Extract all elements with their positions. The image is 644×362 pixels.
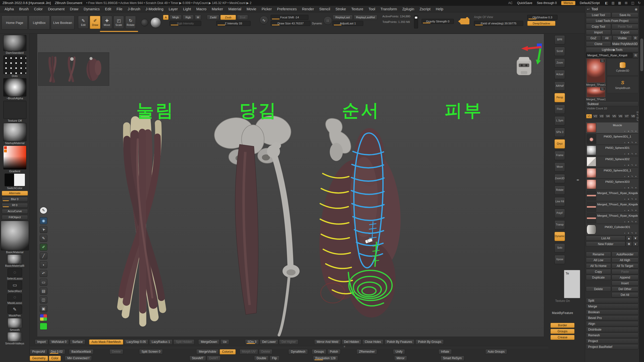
sidebar-button[interactable]: FillObject [2, 215, 28, 220]
tray-resize-handle[interactable]: ◂▸ [576, 178, 579, 182]
duplicate-button[interactable]: Duplicate [586, 275, 611, 280]
subtool-subsection[interactable]: Align [586, 321, 638, 326]
shelf-button[interactable]: Del Lower [260, 339, 278, 345]
actual-button[interactable]: Actual [554, 70, 565, 79]
menu-item[interactable]: Picker [259, 7, 274, 12]
dynamic-draw-size-toggle[interactable]: Dynamic [312, 22, 322, 25]
gravity-strength-slider[interactable]: Gravity Strength 0 [422, 19, 454, 24]
rgb-intensity-slider[interactable]: Rgb Intensity [170, 21, 201, 26]
mrgb-button[interactable]: Mrgb [170, 15, 182, 20]
menu-item[interactable]: Texture [349, 7, 366, 12]
menu-item[interactable]: J-Brush [125, 7, 143, 12]
rows-icon[interactable]: ▥ [611, 1, 615, 5]
mask-by-feature-button[interactable]: MaskByFeature [550, 311, 575, 315]
draw-mode-button[interactable]: ✐ Draw [90, 16, 100, 29]
stroke-settings-icon[interactable] [141, 19, 148, 26]
subtool-version-tab[interactable]: V7 [624, 114, 630, 118]
del-all-button[interactable]: Del All [612, 292, 638, 297]
sidebar-thumbnail[interactable] [3, 55, 26, 74]
subtool-thumbnail[interactable] [587, 123, 596, 132]
goz-button[interactable]: GoZ [586, 35, 601, 41]
shelf-button[interactable]: Min Connected f [65, 356, 92, 361]
line-tool-icon[interactable]: ╱ [40, 252, 47, 259]
shelf-button[interactable]: DynaMesh [288, 349, 308, 354]
spotlight-pen-icon[interactable]: ✎ [40, 207, 47, 214]
shelf-button[interactable]: ProjectAll [30, 349, 48, 354]
menu-item[interactable]: Draw [67, 7, 81, 12]
append-button[interactable]: Append [612, 275, 638, 280]
all-high-button[interactable]: All High [612, 257, 638, 263]
shelf-button[interactable]: Flip [269, 356, 279, 361]
field-of-view-slider[interactable]: Field of view(deg) 39.59775 [474, 21, 523, 26]
move-up-button[interactable]: ▲ [626, 236, 632, 241]
pen-tool-icon[interactable]: ✎ [40, 235, 47, 242]
shelf-button[interactable]: Surface [70, 339, 85, 345]
focal-shift-slider[interactable]: Focal Shift -14 [271, 15, 308, 20]
sidebar-item[interactable]: ~BrushAlpha [3, 78, 26, 100]
tool-item-cylinder3d[interactable]: Cylinder3D [607, 59, 638, 76]
sidebar-thumbnail[interactable] [7, 332, 22, 342]
document-thumbnails[interactable] [38, 53, 109, 86]
stroke-curve-icon[interactable]: ∿ [260, 16, 268, 24]
shelf-button[interactable]: Auto Mask FiberMesh [89, 339, 124, 345]
subtool-subsection[interactable]: Distribute [586, 327, 638, 332]
menu-item[interactable]: Zplugin [400, 7, 417, 12]
marker-tool-icon[interactable]: ✐ [40, 244, 47, 251]
shelf-button[interactable]: Color [49, 356, 61, 361]
sidebar-thumbnail[interactable] [3, 101, 26, 119]
subtool-subsection[interactable]: Remesh [586, 333, 638, 338]
quicksave-button[interactable]: QuickSave [517, 1, 532, 5]
camera-head-widget[interactable] [517, 57, 531, 75]
load-tool-button[interactable]: Load Tool [586, 12, 611, 18]
shelf-button[interactable]: Delete [109, 349, 123, 354]
transparency-button[interactable]: Transp [554, 220, 565, 230]
subtool-subsection[interactable]: Merge [586, 304, 638, 309]
export-button[interactable]: Export [612, 30, 638, 35]
shelf-button[interactable]: MidValue 0 [49, 339, 69, 345]
m-button[interactable]: M [195, 15, 201, 20]
subtool-thumbnail[interactable] [587, 213, 596, 223]
green-swatch-icon[interactable] [40, 323, 47, 330]
make-polymesh3d-button[interactable]: Make PolyMesh3D [612, 41, 638, 47]
solo-button[interactable]: Solo [554, 243, 565, 253]
active-color-swatch[interactable]: A [163, 15, 169, 20]
subtool-row-icons[interactable]: ◐ ● ✎ ▾ [624, 153, 638, 155]
select-cursor-icon[interactable]: ➤ [40, 226, 47, 233]
subtool-thumbnail[interactable] [587, 146, 596, 155]
shelf-button[interactable]: Del Hidden [342, 339, 361, 345]
subtool-row-icons[interactable]: ◐ ● ✎ ▾ [624, 198, 638, 200]
polyframe-button[interactable]: PolyF [554, 209, 565, 218]
subtool-subsection[interactable]: Project BasRelief [586, 344, 638, 349]
subtool-subsection[interactable]: Split [586, 298, 638, 303]
subtool-row-icons[interactable]: ◐ ● ✎ ▾ [624, 209, 638, 212]
shelf-button[interactable]: StoreMT [189, 356, 206, 361]
camera-icon[interactable] [460, 18, 469, 24]
rename-button[interactable]: Rename [586, 252, 611, 257]
menu-item[interactable]: Light [181, 7, 193, 12]
shelf-button[interactable]: Double [254, 356, 269, 361]
shelf-button[interactable]: Close Holes [362, 339, 384, 345]
subtool-row[interactable]: Merged_TPose1_Ryan_Kingslie ◐ ● ✎ ▾ [586, 190, 638, 201]
deep-shadow-button[interactable]: DeepShadow [527, 21, 555, 26]
sidebar-thumbnail[interactable] [1, 221, 29, 250]
save-as-button[interactable]: Save As [612, 12, 638, 18]
sidebar-item[interactable]: BasicMaterial [1, 221, 29, 254]
sidebar-button[interactable]: Rf 0 [2, 203, 28, 208]
menu-item[interactable]: Marker [209, 7, 226, 12]
visibility-eye-icon[interactable]: ◉ [40, 217, 47, 224]
menu-item[interactable]: Macro [194, 7, 209, 12]
shelf-button[interactable]: LazyRadius 1 [149, 339, 173, 345]
subtool-row-icons[interactable]: ◐ ● ✎ ▾ [624, 187, 638, 189]
goz-r-button[interactable]: R [632, 35, 638, 41]
line-fill-button[interactable]: Line Fill [554, 197, 565, 206]
canvas-divider[interactable]: ≡ [30, 345, 548, 348]
shelf-button[interactable]: Polish By Features [384, 339, 415, 345]
delete-subtool-button[interactable]: Delete [586, 286, 611, 292]
aahalf-button[interactable]: AAHalf [554, 81, 565, 91]
bpr-button[interactable]: BPR [554, 35, 565, 44]
shelf-button[interactable]: Inflate [438, 349, 452, 354]
shelf-button[interactable]: Unify [393, 349, 405, 354]
subtool-version-tab[interactable]: V8 [630, 114, 636, 118]
sidebar-item[interactable]: Smooth [8, 318, 22, 332]
menu-item[interactable]: Brush [17, 7, 31, 12]
